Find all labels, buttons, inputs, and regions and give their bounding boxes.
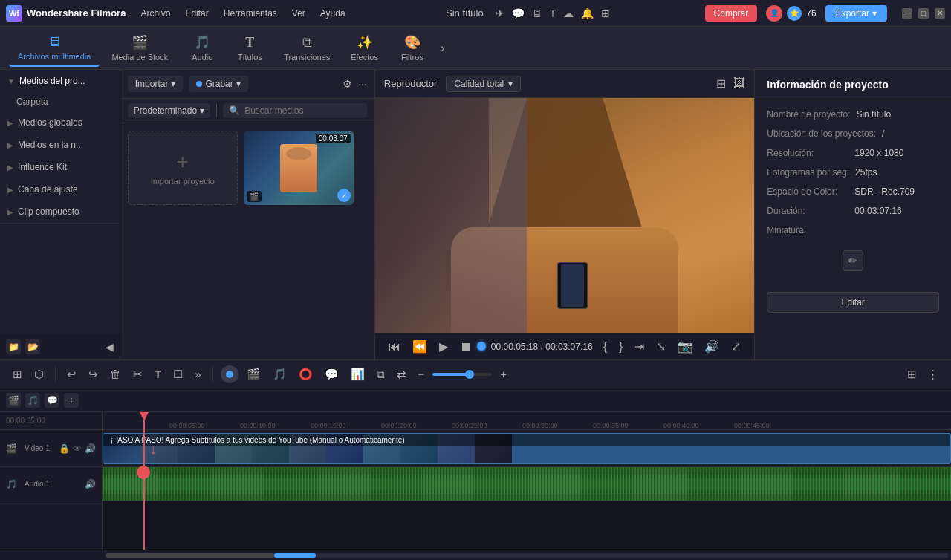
bottom-scrollbar[interactable] (0, 550, 951, 560)
zoom-track[interactable] (432, 373, 492, 376)
tab-transiciones[interactable]: ⧉ Transiciones (275, 30, 339, 66)
media-thumbnail-video1[interactable]: 00:03:07 🎬 ✓ (244, 131, 354, 205)
message-icon[interactable]: 💬 (512, 7, 525, 19)
media-more-icon[interactable]: ··· (358, 78, 367, 90)
snapshot-button[interactable]: 📷 (676, 338, 694, 355)
track-eye-icon[interactable]: 👁 (73, 443, 82, 454)
track-audio-icon[interactable]: 🔊 (85, 443, 96, 454)
zoom-knob[interactable] (465, 370, 474, 379)
video-clip-main[interactable]: ¡PASO A PASO! Agrega Subtítulos a tus vi… (103, 433, 951, 464)
info-value-nombre: Sin título (856, 109, 939, 120)
folder-new-button[interactable]: 📁 (6, 339, 21, 354)
tab-archivos-multimedia[interactable]: 🖥 Archivos multimedia (9, 30, 100, 67)
grid-view-icon[interactable]: ⊞ (716, 76, 726, 91)
import-button[interactable]: Importar ▾ (128, 76, 184, 92)
tl-grid-icon[interactable]: ⊞ (903, 365, 921, 383)
tl-text-button[interactable]: T (151, 365, 165, 382)
thumbnail-edit-button[interactable]: ✏ (843, 250, 863, 271)
settings-icon[interactable]: T (550, 7, 556, 19)
rewind-button[interactable]: ⏮ (387, 339, 402, 355)
menu-archivo[interactable]: Archivo (134, 5, 176, 22)
quality-dropdown[interactable]: Calidad total ▾ (446, 76, 521, 92)
add-special-track-button[interactable]: + (64, 393, 79, 408)
audio-button[interactable]: 🔊 (703, 338, 721, 355)
tl-scissors-button[interactable]: ✂ (129, 365, 146, 383)
tl-snap-button[interactable]: ⊞ (9, 365, 26, 383)
sidebar-item-clip-compuesto[interactable]: ▶ Clip compuesto (0, 201, 120, 223)
fullscreen-button[interactable]: ⤢ (730, 338, 742, 355)
edit-button[interactable]: Editar (767, 292, 939, 313)
tab-more-button[interactable]: › (441, 42, 444, 55)
tl-more-btn[interactable]: ⋮ (924, 365, 942, 383)
bell-icon[interactable]: 🔔 (581, 7, 594, 19)
cloud-icon[interactable]: ☁ (563, 7, 574, 19)
grid-icon[interactable]: ⊞ (601, 7, 610, 19)
step-back-button[interactable]: ⏪ (411, 338, 429, 355)
fit-button[interactable]: ⤡ (655, 338, 667, 355)
comprar-button[interactable]: Comprar (705, 5, 758, 22)
stop-button[interactable]: ⏹ (458, 339, 473, 355)
audio-track-1[interactable] (103, 467, 951, 501)
tl-redo-button[interactable]: ↪ (85, 365, 102, 383)
tab-audio[interactable]: 🎵 Audio (180, 30, 224, 66)
progress-knob[interactable] (477, 342, 486, 351)
monitor-icon[interactable]: 🖥 (532, 7, 542, 19)
add-subtitle-track-button[interactable]: 💬 (45, 393, 59, 408)
tab-titulos[interactable]: T Títulos (227, 30, 272, 66)
tl-speed-plus[interactable]: + (496, 365, 510, 382)
audio-track-volume-icon[interactable]: 🔊 (85, 479, 96, 489)
video-track-1[interactable]: ¡PASO A PASO! Agrega Subtítulos a tus vi… (103, 430, 951, 467)
menu-editar[interactable]: Editar (179, 5, 214, 22)
tab-filtros[interactable]: 🎨 Filtros (390, 30, 435, 66)
tl-record-button[interactable] (221, 365, 238, 383)
tl-magnet-button[interactable]: ⬡ (30, 365, 48, 383)
add-video-track-button[interactable]: 🎬 (6, 393, 21, 408)
minimize-button[interactable]: ─ (902, 8, 912, 19)
add-audio-track-button[interactable]: 🎵 (25, 393, 40, 408)
sidebar-item-influence-kit[interactable]: ▶ Influence Kit (0, 156, 120, 178)
scroll-thumb[interactable] (106, 553, 274, 558)
menu-ver[interactable]: Ver (286, 5, 311, 22)
search-input[interactable] (244, 105, 361, 116)
tl-track-add[interactable]: 📊 (347, 365, 369, 383)
scroll-track[interactable] (106, 553, 948, 558)
sidebar-collapse-button[interactable]: ◀ (106, 341, 114, 353)
folder-add-button[interactable]: 📂 (25, 339, 40, 354)
maximize-button[interactable]: □ (918, 8, 929, 19)
tl-audio-clip[interactable]: 🎵 (269, 365, 291, 383)
play-button[interactable]: ▶ (438, 338, 449, 355)
scroll-thumb-active[interactable] (274, 553, 317, 558)
sidebar-item-medios-nube[interactable]: ▶ Medios en la n... (0, 134, 120, 156)
mark-in-button[interactable]: { (602, 339, 608, 355)
menu-ayuda[interactable]: Ayuda (314, 5, 351, 22)
tl-more-tools-button[interactable]: » (191, 365, 204, 382)
add-to-timeline-button[interactable]: ⇥ (633, 338, 646, 355)
tab-media-stock[interactable]: 🎬 Media de Stock (103, 30, 177, 66)
tl-undo-button[interactable]: ↩ (63, 365, 80, 383)
track-area[interactable]: 00:00:05:00 00:00:10:00 00:00:15:00 00:0… (103, 412, 951, 550)
close-button[interactable]: ✕ (935, 8, 945, 19)
tl-delete-button[interactable]: 🗑 (106, 365, 125, 382)
filter-dropdown[interactable]: Predeterminado ▾ (128, 103, 210, 118)
sidebar-item-carpeta[interactable]: Carpeta (0, 92, 120, 111)
tl-clip-icon[interactable]: 🎬 (243, 365, 264, 383)
tl-copy-btn[interactable]: ⧉ (373, 365, 389, 383)
track-lock-icon[interactable]: 🔒 (59, 443, 70, 454)
mark-out-button[interactable]: } (617, 339, 624, 355)
image-view-icon[interactable]: 🖼 (733, 76, 745, 91)
tl-speed-minus[interactable]: − (415, 365, 429, 382)
tl-logo-btn[interactable]: ⭕ (295, 365, 317, 383)
tl-crop-button[interactable]: ☐ (169, 365, 186, 383)
sidebar-item-capa-ajuste[interactable]: ▶ Capa de ajuste (0, 178, 120, 201)
import-project-placeholder[interactable]: + Importar proyecto (128, 131, 238, 205)
share-icon[interactable]: ✈ (496, 7, 504, 19)
media-filter-icon[interactable]: ⚙ (343, 78, 352, 90)
record-button[interactable]: Grabar ▾ (189, 76, 247, 92)
sidebar-item-medios-proyecto[interactable]: ▼ Medios del pro... (0, 70, 120, 92)
exportar-button[interactable]: Exportar ▾ (825, 5, 887, 22)
tab-efectos[interactable]: ✨ Efectos (342, 30, 387, 66)
tl-mirror-btn[interactable]: ⇄ (393, 365, 410, 383)
tl-subtitle-btn[interactable]: 💬 (321, 365, 343, 383)
menu-herramientas[interactable]: Herramientas (218, 5, 283, 22)
sidebar-item-medios-globales[interactable]: ▶ Medios globales (0, 111, 120, 134)
